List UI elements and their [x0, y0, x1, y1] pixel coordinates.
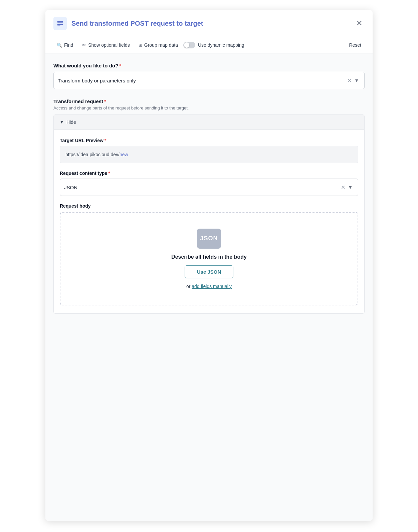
header-icon — [53, 17, 67, 30]
toolbar: 🔍 Find 👁 Show optional fields ⊞ Group ma… — [45, 37, 373, 53]
url-preview-box: https://idea.pikocloud.dev/new — [60, 146, 358, 163]
add-fields-manually-link[interactable]: add fields manually — [192, 284, 232, 289]
svg-rect-1 — [57, 22, 63, 23]
search-icon: 🔍 — [57, 43, 62, 48]
what-to-do-arrow-button[interactable]: ▼ — [353, 78, 360, 83]
svg-rect-0 — [57, 21, 63, 22]
grid-icon: ⊞ — [139, 43, 142, 48]
find-label: Find — [64, 42, 73, 48]
content-type-clear-button[interactable]: ✕ — [340, 184, 347, 191]
svg-rect-2 — [57, 24, 63, 25]
url-plain: https://idea.pikocloud.dev/ — [65, 152, 120, 157]
describe-all-fields-text: Describe all fields in the body — [171, 254, 247, 260]
required-star-2: * — [104, 98, 106, 104]
transformed-request-panel: ▼ Hide Target URL Preview* https://idea.… — [53, 114, 365, 314]
content-type-select[interactable]: JSON ✕ ▼ — [60, 179, 358, 196]
find-button[interactable]: 🔍 Find — [53, 40, 76, 50]
collapsible-header-label: Hide — [66, 119, 76, 125]
json-icon: JSON — [197, 229, 221, 249]
target-url-preview-section: Target URL Preview* https://idea.pikoclo… — [60, 138, 358, 163]
url-highlight: new — [120, 152, 128, 157]
collapse-arrow-icon: ▼ — [60, 120, 64, 124]
eye-icon: 👁 — [82, 43, 86, 48]
close-button[interactable]: ✕ — [354, 18, 365, 29]
use-json-button[interactable]: Use JSON — [185, 265, 234, 278]
optional-fields-label: Show optional fields — [88, 42, 130, 48]
request-body-label: Request body — [60, 203, 358, 209]
reset-label: Reset — [349, 42, 361, 48]
modal-title-part1: Send transformed POST request — [71, 20, 177, 27]
add-manually-wrapper: or add fields manually — [186, 284, 232, 289]
what-to-do-clear-button[interactable]: ✕ — [346, 77, 353, 84]
request-body-section: Request body JSON Describe all fields in… — [60, 203, 358, 305]
modal-title: Send transformed POST request to target — [71, 20, 203, 27]
dynamic-mapping-toggle[interactable] — [183, 42, 195, 48]
what-to-do-label: What would you like to do?* — [53, 63, 365, 68]
what-to-do-select[interactable]: Transform body or parameters only ✕ ▼ — [53, 72, 365, 89]
transformed-request-label: Transformed request* — [53, 98, 365, 104]
target-url-preview-label: Target URL Preview* — [60, 138, 358, 143]
group-map-label: Group map data — [144, 42, 178, 48]
required-star-4: * — [108, 171, 110, 176]
request-content-type-label: Request content type* — [60, 171, 358, 176]
collapsible-header[interactable]: ▼ Hide — [54, 115, 364, 130]
collapsible-body: Target URL Preview* https://idea.pikoclo… — [54, 130, 364, 313]
dynamic-mapping-toggle-wrapper: Use dynamic mapping — [183, 42, 244, 48]
dynamic-mapping-label: Use dynamic mapping — [198, 42, 244, 48]
content-type-arrow-button[interactable]: ▼ — [347, 185, 354, 190]
what-to-do-section: What would you like to do?* Transform bo… — [53, 63, 365, 89]
content-type-value: JSON — [64, 185, 340, 190]
what-to-do-value: Transform body or parameters only — [58, 78, 346, 83]
transformed-request-desc: Access and change parts of the request b… — [53, 105, 365, 110]
required-star: * — [119, 63, 121, 68]
request-content-type-section: Request content type* JSON ✕ ▼ — [60, 171, 358, 196]
svg-rect-3 — [57, 25, 60, 26]
request-body-dashed-box: JSON Describe all fields in the body Use… — [60, 212, 358, 305]
group-map-button[interactable]: ⊞ Group map data — [135, 40, 181, 50]
show-optional-fields-button[interactable]: 👁 Show optional fields — [78, 40, 133, 50]
transformed-request-section: Transformed request* Access and change p… — [53, 98, 365, 314]
modal-body: What would you like to do?* Transform bo… — [45, 53, 373, 521]
or-text: or — [186, 284, 192, 289]
modal-header: Send transformed POST request to target … — [45, 10, 373, 37]
modal-title-part2: to target — [177, 20, 203, 27]
required-star-3: * — [104, 138, 106, 143]
reset-button[interactable]: Reset — [346, 40, 365, 50]
